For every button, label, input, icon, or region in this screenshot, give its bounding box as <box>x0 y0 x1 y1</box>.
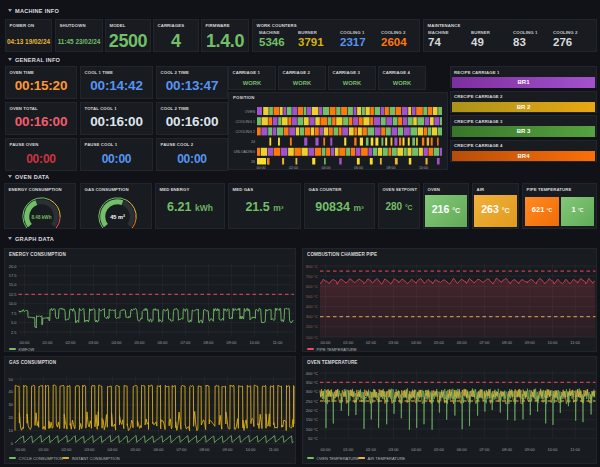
svg-text:08:00: 08:00 <box>203 340 214 345</box>
svg-text:01:00: 01:00 <box>38 447 49 452</box>
svg-text:11:00: 11:00 <box>273 340 283 345</box>
svg-text:400 °C: 400 °C <box>306 304 318 309</box>
svg-text:150 °C: 150 °C <box>306 417 318 422</box>
svg-text:800 °C: 800 °C <box>306 264 318 269</box>
svg-text:05:00: 05:00 <box>134 340 145 345</box>
svg-text:03:00: 03:00 <box>389 447 400 452</box>
svg-text:PIPE TEMPERATURE: PIPE TEMPERATURE <box>317 347 357 352</box>
svg-text:08:00: 08:00 <box>502 447 513 452</box>
svg-text:10:00: 10:00 <box>245 447 256 452</box>
svg-text:50: 50 <box>9 377 14 382</box>
svg-text:250 °C: 250 °C <box>306 399 318 404</box>
svg-text:OVEN TEMPERATURE: OVEN TEMPERATURE <box>317 456 360 461</box>
svg-text:01:00: 01:00 <box>42 340 53 345</box>
svg-text:UNLOADING: UNLOADING <box>234 150 256 154</box>
svg-text:5.0: 5.0 <box>11 320 17 325</box>
svg-text:10.0: 10.0 <box>9 301 18 306</box>
svg-text:10:00: 10:00 <box>419 166 428 170</box>
svg-text:15.0: 15.0 <box>9 282 18 287</box>
svg-text:06:00: 06:00 <box>157 340 168 345</box>
svg-text:350 °C: 350 °C <box>306 380 318 385</box>
svg-text:05:00: 05:00 <box>130 447 141 452</box>
svg-text:04:00: 04:00 <box>411 447 422 452</box>
svg-text:100 °C: 100 °C <box>306 335 318 340</box>
svg-text:03:00: 03:00 <box>84 447 95 452</box>
svg-text:01:00: 01:00 <box>343 447 354 452</box>
svg-text:08:00: 08:00 <box>387 166 396 170</box>
svg-text:200 °C: 200 °C <box>306 324 318 329</box>
svg-text:07:00: 07:00 <box>180 340 191 345</box>
svg-text:600 °C: 600 °C <box>306 284 318 289</box>
svg-text:09:00: 09:00 <box>525 447 536 452</box>
svg-text:45 m³: 45 m³ <box>110 214 125 220</box>
svg-text:00:00: 00:00 <box>320 340 331 345</box>
svg-text:07:00: 07:00 <box>479 447 490 452</box>
svg-text:30: 30 <box>9 402 14 407</box>
svg-text:08:00: 08:00 <box>199 447 210 452</box>
svg-text:24: 24 <box>251 140 255 144</box>
svg-text:300 °C: 300 °C <box>306 389 318 394</box>
svg-text:09:00: 09:00 <box>525 340 536 345</box>
svg-text:10:00: 10:00 <box>249 340 260 345</box>
svg-text:04:00: 04:00 <box>107 447 118 452</box>
svg-text:05:00: 05:00 <box>434 340 445 345</box>
svg-text:08:00: 08:00 <box>502 340 513 345</box>
svg-text:INSTANT CONSUMPTION: INSTANT CONSUMPTION <box>72 456 120 461</box>
svg-text:50 °C: 50 °C <box>308 436 318 441</box>
svg-text:04:00: 04:00 <box>411 340 422 345</box>
svg-text:0: 0 <box>11 441 14 446</box>
svg-text:05:00: 05:00 <box>434 447 445 452</box>
svg-text:OVEN: OVEN <box>245 110 256 114</box>
svg-text:11:00: 11:00 <box>570 340 580 345</box>
svg-text:06:00: 06:00 <box>457 447 468 452</box>
svg-text:02:00: 02:00 <box>289 166 298 170</box>
svg-text:03:00: 03:00 <box>88 340 99 345</box>
svg-text:700 °C: 700 °C <box>306 274 318 279</box>
svg-text:20.0: 20.0 <box>9 264 18 269</box>
svg-text:2.5: 2.5 <box>11 330 17 335</box>
svg-text:KWFOW: KWFOW <box>19 347 35 352</box>
svg-text:00:00: 00:00 <box>19 340 30 345</box>
svg-text:400 °C: 400 °C <box>306 371 318 376</box>
svg-text:11:00: 11:00 <box>269 447 279 452</box>
svg-text:00:00: 00:00 <box>320 447 331 452</box>
svg-text:COOLING 1: COOLING 1 <box>235 120 255 124</box>
svg-text:20: 20 <box>9 415 14 420</box>
svg-text:02:00: 02:00 <box>61 447 72 452</box>
svg-text:26: 26 <box>251 160 255 164</box>
svg-text:00:00: 00:00 <box>15 447 26 452</box>
svg-text:7.5: 7.5 <box>11 311 17 316</box>
svg-text:12.5: 12.5 <box>9 292 18 297</box>
svg-text:09:00: 09:00 <box>222 447 233 452</box>
svg-text:01:00: 01:00 <box>343 340 354 345</box>
svg-text:06:00: 06:00 <box>354 166 363 170</box>
svg-text:00:00: 00:00 <box>257 166 266 170</box>
svg-text:200 °C: 200 °C <box>306 408 318 413</box>
svg-text:03:00: 03:00 <box>389 340 400 345</box>
svg-text:04:00: 04:00 <box>322 166 331 170</box>
svg-text:06:00: 06:00 <box>457 340 468 345</box>
svg-text:02:00: 02:00 <box>65 340 76 345</box>
svg-text:02:00: 02:00 <box>366 340 377 345</box>
svg-text:100 °C: 100 °C <box>306 427 318 432</box>
svg-text:04:00: 04:00 <box>111 340 122 345</box>
svg-text:07:00: 07:00 <box>176 447 187 452</box>
svg-text:11:00: 11:00 <box>570 447 580 452</box>
svg-text:02:00: 02:00 <box>366 447 377 452</box>
svg-text:07:00: 07:00 <box>479 340 490 345</box>
svg-text:10:00: 10:00 <box>547 447 558 452</box>
svg-text:COOLING 2: COOLING 2 <box>235 130 255 134</box>
svg-text:8.48 kWh: 8.48 kWh <box>32 215 52 220</box>
svg-text:09:00: 09:00 <box>226 340 237 345</box>
svg-text:10: 10 <box>9 428 14 433</box>
svg-text:500 °C: 500 °C <box>306 294 318 299</box>
svg-text:CYCLE CONSUMPTION: CYCLE CONSUMPTION <box>19 456 64 461</box>
svg-text:300 °C: 300 °C <box>306 314 318 319</box>
svg-text:40: 40 <box>9 389 14 394</box>
svg-text:17.5: 17.5 <box>9 273 18 278</box>
svg-text:10:00: 10:00 <box>547 340 558 345</box>
svg-text:06:00: 06:00 <box>153 447 164 452</box>
svg-text:AIR TEMPERATURE: AIR TEMPERATURE <box>368 456 406 461</box>
